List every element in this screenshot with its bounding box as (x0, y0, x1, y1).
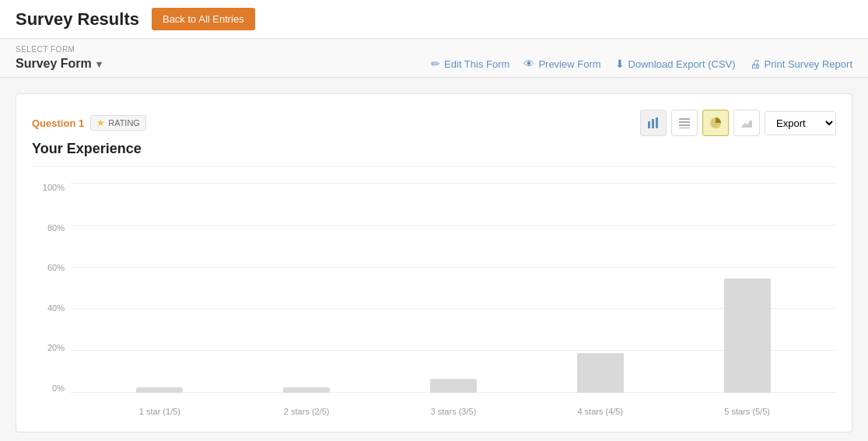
y-axis-label: 60% (47, 263, 65, 272)
table-chart-button[interactable] (671, 110, 698, 136)
star-icon: ★ (96, 117, 105, 128)
bar (283, 387, 330, 393)
y-axis-label: 40% (47, 303, 65, 313)
divider (32, 166, 836, 167)
y-axis-label: 100% (43, 183, 65, 192)
svg-rect-1 (652, 119, 654, 128)
svg-marker-8 (741, 120, 752, 128)
x-labels: 1 star (1/5)2 stars (2/5)3 stars (3/5)4 … (71, 393, 836, 416)
export-dropdown[interactable]: Export PNG SVG (765, 111, 836, 135)
question-header: Question 1 ★ RATING (32, 110, 836, 136)
x-axis-label: 4 stars (4/5) (527, 407, 674, 416)
svg-rect-0 (648, 121, 650, 128)
edit-form-link[interactable]: ✏ Edit This Form (431, 58, 509, 70)
print-report-label: Print Survey Report (765, 58, 852, 70)
preview-form-link[interactable]: 👁 Preview Form (523, 58, 600, 70)
svg-rect-6 (679, 128, 690, 128)
rating-badge: ★ RATING (90, 115, 146, 131)
svg-rect-5 (679, 124, 690, 126)
bar-group (86, 387, 233, 393)
form-name: Survey Form (16, 57, 92, 71)
svg-rect-3 (679, 118, 690, 120)
edit-icon: ✏ (431, 58, 440, 70)
print-report-link[interactable]: 🖨 Print Survey Report (750, 58, 852, 70)
y-axis: 0%20%40%60%80%100% (32, 183, 71, 393)
question-card: Question 1 ★ RATING (16, 93, 852, 432)
pie-chart-button[interactable] (702, 110, 729, 136)
back-to-all-entries-button[interactable]: Back to All Entries (152, 8, 255, 30)
y-axis-label: 0% (52, 383, 65, 393)
bar (136, 387, 183, 393)
preview-form-label: Preview Form (538, 58, 600, 70)
bar (430, 379, 477, 393)
question-meta: Question 1 ★ RATING (32, 115, 146, 131)
download-export-label: Download Export (CSV) (628, 58, 736, 70)
form-toolbar-inner: Survey Form ▾ ✏ Edit This Form 👁 Preview… (16, 57, 852, 71)
bars-container (71, 183, 836, 393)
area-chart-button[interactable] (733, 110, 760, 136)
svg-rect-4 (679, 121, 690, 123)
download-icon: ⬇ (615, 58, 625, 70)
x-axis-label: 2 stars (2/5) (233, 407, 380, 416)
question-label: Question 1 (32, 117, 84, 129)
question-title: Your Experience (32, 141, 836, 157)
y-axis-label: 20% (47, 343, 65, 352)
rating-type-label: RATING (108, 118, 140, 128)
bar (724, 278, 771, 393)
eye-icon: 👁 (523, 58, 534, 70)
chart-area: 0%20%40%60%80%100% 1 star (1/5)2 stars (… (32, 183, 836, 416)
form-toolbar: SELECT FORM Survey Form ▾ ✏ Edit This Fo… (0, 39, 868, 78)
form-actions: ✏ Edit This Form 👁 Preview Form ⬇ Downlo… (431, 58, 852, 70)
export-select[interactable]: Export PNG SVG (765, 112, 835, 135)
chart-controls: Export PNG SVG (640, 110, 836, 136)
bar-group (527, 353, 674, 393)
y-axis-label: 80% (47, 223, 65, 233)
print-icon: 🖨 (750, 58, 761, 70)
bar-group (674, 278, 821, 393)
bar-chart-button[interactable] (640, 110, 667, 136)
x-axis-label: 3 stars (3/5) (380, 407, 527, 416)
bar-group (380, 379, 527, 393)
edit-form-label: Edit This Form (444, 58, 509, 70)
download-export-link[interactable]: ⬇ Download Export (CSV) (615, 58, 736, 70)
bar-group (233, 387, 380, 393)
top-bar: Survey Results Back to All Entries (0, 0, 868, 39)
select-form-label: SELECT FORM (16, 45, 852, 54)
chevron-down-icon: ▾ (96, 58, 102, 70)
svg-rect-2 (656, 117, 658, 128)
form-selector[interactable]: Survey Form ▾ (16, 57, 102, 71)
bar (577, 353, 624, 393)
x-axis-label: 5 stars (5/5) (674, 407, 821, 416)
x-axis-label: 1 star (1/5) (86, 407, 233, 416)
main-content: Question 1 ★ RATING (0, 78, 868, 441)
page-title: Survey Results (16, 9, 139, 30)
